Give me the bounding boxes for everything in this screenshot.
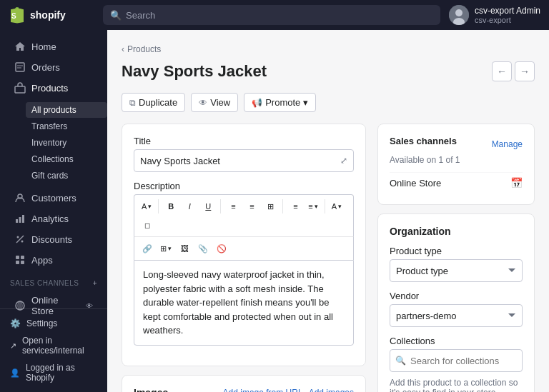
rte-align-btn[interactable]: ≡ [287,198,304,215]
svg-rect-7 [15,86,25,93]
collections-label: Collections [390,336,523,346]
sales-channels-card: Sales channels Manage Available on 1 of … [377,124,535,205]
prev-product-button[interactable]: ← [492,61,512,81]
add-sales-channel-icon[interactable]: + [93,279,97,287]
rte-separator-1 [158,199,159,213]
collections-search-wrap: 🔍 [390,349,523,372]
sidebar-sub-gift-cards[interactable]: Gift cards [26,168,107,184]
view-icon: 👁 [199,98,207,108]
rte-heading-dropdown[interactable]: A ▾ [139,198,154,215]
rte-color-dropdown[interactable]: A ▾ [329,198,345,215]
shopify-text: shopify [30,9,66,21]
rte-italic-btn[interactable]: I [181,198,198,215]
sidebar-item-discounts[interactable]: Discounts [4,229,103,249]
page-title: Navy Sports Jacket [122,62,267,81]
breadcrumb: ‹ Products [122,44,535,54]
sales-channels-label: SALES CHANNELS + [0,271,107,290]
product-type-select[interactable]: Product type [390,259,523,282]
orders-icon [14,61,26,73]
sidebar-item-products[interactable]: Products [4,78,103,98]
vendor-select[interactable]: partners-demo [390,304,523,327]
images-title: Images [134,387,168,393]
next-product-button[interactable]: → [515,61,535,81]
title-input[interactable]: Navy Sports Jacket ⤢ [134,149,354,172]
title-label: Title [134,136,354,146]
shopify-logo[interactable]: S shopify [9,6,94,24]
description-field: Description A ▾ B I U ≡ ≡ [134,181,354,346]
rte-separator-2 [220,199,221,213]
rte-image-btn[interactable]: 🖼 [176,240,193,257]
external-icon: ↗ [10,341,16,351]
manage-link[interactable]: Manage [492,139,523,149]
rte-underline-btn[interactable]: U [199,198,217,215]
sidebar-item-customers[interactable]: Customers [4,188,103,208]
avatar[interactable] [449,5,469,25]
search-bar[interactable]: 🔍 Search [103,5,440,25]
content-grid: Title Navy Sports Jacket ⤢ Description A… [122,124,535,392]
svg-point-13 [21,241,24,243]
action-bar: ⧉ Duplicate 👁 View 📢 Promote ▾ [122,93,535,112]
collections-field: Collections 🔍 Add this product to a coll… [390,336,523,392]
sidebar-sub-collections[interactable]: Collections [26,151,107,167]
top-nav: S shopify 🔍 Search csv-export Admin csv-… [0,0,549,30]
logged-in-item: 👤 Logged in as Shopify [0,359,107,386]
description-text: Long-sleeved navy waterproof jacket in t… [143,268,345,338]
svg-text:S: S [11,12,16,20]
collections-search-input[interactable] [390,349,523,372]
svg-point-2 [455,9,463,16]
rte-embed-btn[interactable]: 📎 [194,240,212,257]
home-icon [14,41,26,52]
svg-point-12 [17,236,19,238]
availability-text: Available on 1 of 1 [390,155,523,165]
promote-button[interactable]: 📢 Promote ▾ [244,93,316,112]
dropdown-arrow-4: ▾ [168,245,172,252]
right-column: Sales channels Manage Available on 1 of … [377,124,535,392]
sales-channels-header: Sales channels Manage [390,136,523,152]
dropdown-arrow-2: ▾ [315,203,318,210]
sidebar-item-label: Analytics [31,213,69,224]
sidebar-item-orders[interactable]: Orders [4,57,103,77]
calendar-icon[interactable]: 📅 [510,177,523,189]
rte-align-dropdown[interactable]: ≡ ▾ [305,198,320,215]
settings-item[interactable]: ⚙️ Settings [0,315,107,332]
promote-chevron-icon: ▾ [303,97,308,108]
breadcrumb-arrow: ‹ [122,44,124,54]
svg-rect-10 [19,217,21,223]
header-nav-buttons: ← → [492,61,535,81]
sidebar-sub-all-products[interactable]: All products [26,102,107,118]
rte-content[interactable]: Long-sleeved navy waterproof jacket in t… [134,260,354,346]
sidebar-sub-inventory[interactable]: Inventory [26,135,107,151]
svg-rect-9 [16,219,18,223]
analytics-icon [14,213,26,224]
rte-link-btn[interactable]: 🔗 [139,240,156,257]
rte-ul-btn[interactable]: ≡ [224,198,242,215]
main-content: ‹ Products Navy Sports Jacket ← → ⧉ Dupl… [107,30,549,392]
add-image-url-link[interactable]: Add image from URL [223,388,303,393]
svg-rect-17 [16,261,19,264]
rte-html-btn[interactable]: ◻ [139,216,156,233]
svg-rect-15 [16,256,19,259]
sidebar-item-analytics[interactable]: Analytics [4,208,103,228]
breadcrumb-link[interactable]: Products [127,44,161,54]
rte-table-dropdown[interactable]: ⊞ ▾ [157,240,174,257]
sidebar-item-apps[interactable]: Apps [4,250,103,270]
left-column: Title Navy Sports Jacket ⤢ Description A… [122,124,366,392]
sidebar-bottom: ⚙️ Settings ↗ Open in services/internal … [0,308,107,392]
rte-ol-btn[interactable]: ≡ [243,198,260,215]
dropdown-arrow: ▾ [148,203,152,210]
images-card: Images Add image from URL Add images [122,375,366,393]
organization-title: Organization [390,226,523,237]
sidebar-item-label: Home [31,41,56,52]
add-images-link[interactable]: Add images [309,388,354,393]
sidebar-item-home[interactable]: Home [4,36,103,56]
open-services-item[interactable]: ↗ Open in services/internal [0,332,107,359]
duplicate-button[interactable]: ⧉ Duplicate [122,93,185,112]
sidebar-sub-transfers[interactable]: Transfers [26,119,107,134]
sidebar-products-sub: All products Transfers Inventory Collect… [0,99,107,187]
view-button[interactable]: 👁 View [191,93,238,112]
rte-bold-btn[interactable]: B [162,198,179,215]
page-header: Navy Sports Jacket ← → [122,61,535,81]
rte-indent-btn[interactable]: ⊞ [262,198,279,215]
rte-clear-btn[interactable]: 🚫 [213,240,230,257]
search-icon: 🔍 [110,10,122,21]
